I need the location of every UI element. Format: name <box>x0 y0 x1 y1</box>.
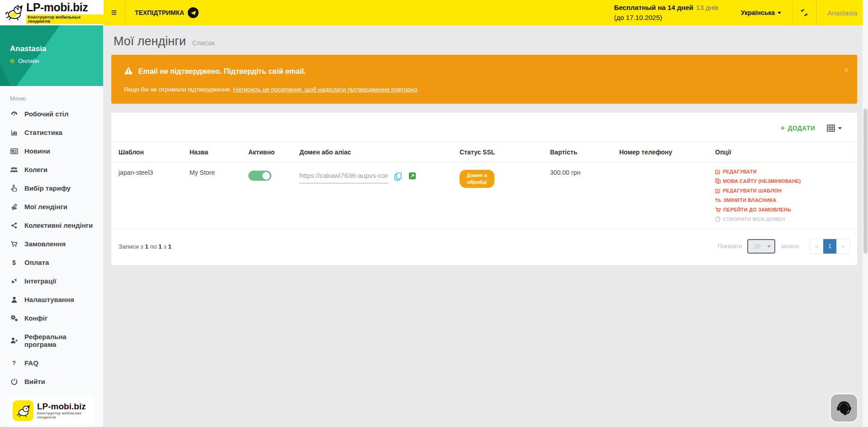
landings-table: Шаблон Назва Активно Домен або аліас Ста… <box>111 142 857 260</box>
col-header-price: Вартість <box>546 142 616 162</box>
sidebar-item-collective-landings[interactable]: Колективні лендінги <box>0 216 103 235</box>
pagination-page-1[interactable]: 1 <box>823 239 836 254</box>
user-icon <box>10 296 18 303</box>
grid-icon <box>827 125 835 132</box>
language-label: Українська <box>741 9 775 16</box>
dog-logo-icon <box>13 400 33 421</box>
main-content: Мої лендінги Список Email не підтверджен… <box>104 25 863 427</box>
sidebar-bottom-logo: LP-mobi.biz Конструктор мобільних лендин… <box>9 396 94 425</box>
pagination: « 1 » <box>810 239 850 254</box>
records-info: Записи з 1 по 1 з 1 <box>119 243 171 250</box>
sidebar-item-my-landings[interactable]: Мої лендінги <box>0 197 103 216</box>
brand-tagline: Конструктор мобильных лендингов <box>26 14 104 24</box>
option-change-owner[interactable]: ЗМІНИТИ ВЛАСНИКА <box>715 197 850 203</box>
sidebar-item-integrations[interactable]: Інтеграції <box>0 272 103 290</box>
cell-template: japan-steel3 <box>115 163 186 228</box>
option-create-web-domain: СТВОРИТИ WEB-ДОМЕН <box>715 216 850 222</box>
col-header-domain: Домен або аліас <box>296 142 456 162</box>
page-size-select[interactable]: 20 <box>747 239 775 254</box>
scrollbar-thumb[interactable] <box>863 109 868 254</box>
gears-icon <box>10 315 18 322</box>
sidebar-item-faq[interactable]: ? FAQ <box>0 354 103 372</box>
brand-logo[interactable]: LP-mobi.biz Конструктор мобильных лендин… <box>0 0 104 25</box>
support-chat-button[interactable] <box>831 394 857 422</box>
banner-text: Якщо Ви не отримали підтвердження. <box>124 86 233 93</box>
landings-icon <box>10 203 18 211</box>
sidebar-item-statistics[interactable]: Статистика <box>0 123 103 142</box>
copy-domain-button[interactable] <box>394 172 403 183</box>
support-button[interactable]: ТЕХПІДТРИМКА <box>125 7 209 18</box>
edit-icon <box>715 188 721 193</box>
sidebar-item-referral[interactable]: Реферальна програма <box>0 327 103 354</box>
hamburger-menu-icon[interactable]: ≡ <box>104 0 124 25</box>
chevron-down-icon <box>767 245 771 248</box>
headset-icon <box>836 399 852 417</box>
close-icon[interactable]: × <box>844 66 849 75</box>
brand-name: LP-mobi.biz <box>37 402 94 412</box>
option-go-to-orders[interactable]: ПЕРЕЙТИ ДО ЗАМОВЛЕНЬ <box>715 207 850 212</box>
topbar-yellow: ≡ ТЕХПІДТРИМКА Бесплатный на 14 дней13 д… <box>104 0 868 25</box>
column-settings-button[interactable] <box>827 125 842 132</box>
warning-icon <box>124 67 133 77</box>
add-landing-button[interactable]: + ДОДАТИ <box>780 124 815 133</box>
bar-chart-icon <box>10 129 18 136</box>
sidebar-item-logout[interactable]: Вийти <box>0 372 103 391</box>
sidebar-item-dashboard[interactable]: Робочий стіл <box>0 105 103 123</box>
topbar-username[interactable]: Anastasia <box>816 0 868 25</box>
dashboard-icon <box>10 110 18 118</box>
chevron-down-icon <box>778 12 781 14</box>
hand-pointer-icon <box>10 185 18 192</box>
power-icon <box>10 378 18 385</box>
sidebar-item-tariff[interactable]: Вибір тарифу <box>0 179 103 197</box>
user-plus-icon <box>10 337 18 344</box>
topbar: LP-mobi.biz Конструктор мобильных лендин… <box>0 0 868 25</box>
svg-text:?: ? <box>12 360 16 366</box>
col-header-active: Активно <box>245 142 296 162</box>
refresh-icon <box>800 9 808 17</box>
show-label: Показати <box>718 243 742 249</box>
option-site-language[interactable]: A МОВА САЙТУ (НЕЗМІНЮВАНЕ) <box>715 178 850 184</box>
language-selector[interactable]: Українська <box>730 9 792 16</box>
open-site-button[interactable] <box>408 172 417 182</box>
col-header-options: Опції <box>711 142 854 162</box>
sidebar-item-settings[interactable]: Налаштування <box>0 290 103 309</box>
sidebar-item-colleagues[interactable]: Колеги <box>0 160 103 179</box>
records-label: записи <box>781 243 799 249</box>
sidebar-item-news[interactable]: Новини <box>0 142 103 160</box>
domain-input[interactable] <box>299 169 388 183</box>
resend-confirmation-link[interactable]: Натисніть це посилання, щоб надіслати пі… <box>233 86 417 93</box>
scrollbar[interactable] <box>863 0 868 427</box>
menu-section-label: Меню <box>0 86 103 105</box>
option-edit-template[interactable]: РЕДАГУВАТИ ШАБЛОН <box>715 188 850 193</box>
col-header-ssl: Статус SSL <box>456 142 546 162</box>
cart-icon <box>715 207 721 212</box>
table-row: japan-steel3 My Store Домен вобр <box>111 163 857 229</box>
cart-icon <box>10 240 18 248</box>
sidebar-user-panel: Anastasia Онлайн <box>0 25 103 86</box>
option-edit[interactable]: РЕДАГУВАТИ <box>715 169 850 174</box>
trial-days-left: 13 днів <box>696 4 718 11</box>
pagination-prev: « <box>810 239 823 254</box>
sidebar: Anastasia Онлайн Меню Робочий стіл Стати… <box>0 25 104 427</box>
brand-tagline: Конструктор мобільних лендингів <box>37 411 94 419</box>
brand-name: LP-mobi.biz <box>26 2 104 13</box>
col-header-template: Шаблон <box>115 142 186 162</box>
users-icon <box>10 166 18 173</box>
active-toggle[interactable] <box>248 171 271 181</box>
language-icon: A <box>715 178 721 184</box>
trial-title: Бесплатный на 14 дней <box>614 4 693 11</box>
page-title: Мої лендінги <box>114 34 186 48</box>
trial-info: Бесплатный на 14 дней13 днів (до 17.10.2… <box>614 3 718 23</box>
external-link-icon <box>409 173 416 179</box>
sidebar-item-config[interactable]: Конфіг <box>0 309 103 327</box>
clone-icon <box>715 216 721 222</box>
cell-price: 300.00 грн <box>546 163 616 228</box>
sidebar-item-orders[interactable]: Замовлення <box>0 235 103 253</box>
landings-card: + ДОДАТИ Шаблон Назва Активно Домен або … <box>111 113 857 265</box>
cell-name: My Store <box>186 163 245 228</box>
chevron-down-icon <box>838 127 842 130</box>
exchange-icon <box>715 198 721 202</box>
refresh-button[interactable] <box>792 0 816 25</box>
share-icon <box>10 222 18 229</box>
sidebar-item-payment[interactable]: $ Оплата <box>0 253 103 272</box>
